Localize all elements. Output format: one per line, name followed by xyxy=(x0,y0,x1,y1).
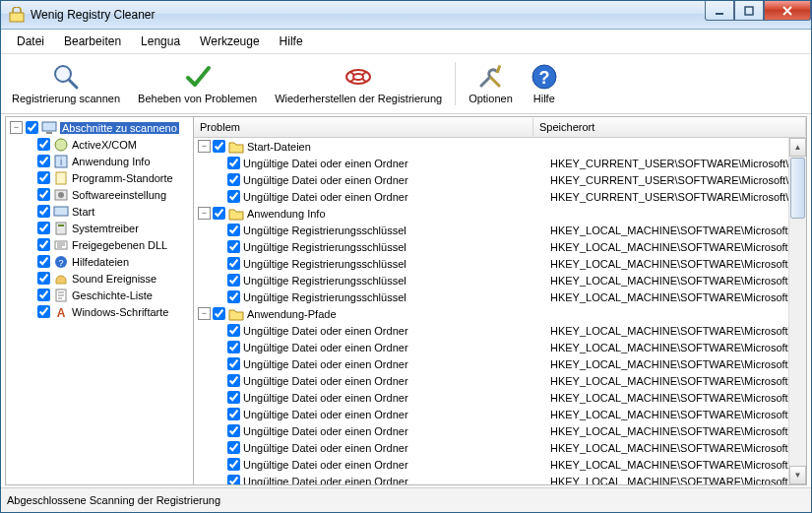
menu-bar: Datei Bearbeiten Lengua Werkzeuge Hilfe xyxy=(1,30,811,54)
result-row[interactable]: Ungültige Datei oder einen OrdnerHKEY_CU… xyxy=(194,171,789,188)
row-check[interactable] xyxy=(227,357,240,370)
tree-item-check[interactable] xyxy=(37,155,50,167)
row-check[interactable] xyxy=(227,424,240,437)
menu-language[interactable]: Lengua xyxy=(131,32,190,50)
tree-item[interactable]: Softwareeinstellung xyxy=(6,186,193,203)
result-row[interactable]: Ungültige Datei oder einen OrdnerHKEY_LO… xyxy=(194,372,789,389)
tree-item-check[interactable] xyxy=(37,272,50,285)
group-check[interactable] xyxy=(213,207,225,220)
row-check[interactable] xyxy=(227,475,240,484)
row-check[interactable] xyxy=(227,341,240,353)
result-row[interactable]: Ungültige Datei oder einen OrdnerHKEY_LO… xyxy=(194,389,789,406)
tree-item[interactable]: Sound Ereignisse xyxy=(6,270,193,287)
row-check[interactable] xyxy=(227,274,240,287)
tree-item[interactable]: Geschichte-Liste xyxy=(6,287,193,303)
row-location: HKEY_LOCAL_MACHINE\SOFTWARE\Microsoft\Wi… xyxy=(550,442,789,454)
result-row[interactable]: Ungültige Datei oder einen OrdnerHKEY_LO… xyxy=(194,456,789,473)
column-location[interactable]: Speicherort xyxy=(533,118,806,136)
help-button[interactable]: ? Hilfe xyxy=(522,55,567,112)
results-list[interactable]: −Start-DateienUngültige Datei oder einen… xyxy=(194,138,789,484)
scroll-up[interactable]: ▲ xyxy=(789,138,806,157)
result-row[interactable]: Ungültige Datei oder einen OrdnerHKEY_LO… xyxy=(194,339,789,355)
column-problem[interactable]: Problem xyxy=(194,118,533,136)
tree-item-check[interactable] xyxy=(37,289,50,301)
collapse-icon[interactable]: − xyxy=(10,121,23,134)
folder-icon xyxy=(228,139,244,155)
menu-tools[interactable]: Werkzeuge xyxy=(190,32,269,50)
row-check[interactable] xyxy=(227,374,240,387)
menu-edit[interactable]: Bearbeiten xyxy=(54,32,131,50)
tree-item[interactable]: Systemtreiber xyxy=(6,220,193,236)
row-check[interactable] xyxy=(227,458,240,471)
vertical-scrollbar[interactable]: ▲ ▼ xyxy=(788,138,806,484)
row-problem: Ungültige Datei oder einen Ordner xyxy=(243,392,550,404)
scan-button[interactable]: Registrierung scannen xyxy=(3,55,129,112)
result-row[interactable]: Ungültige Datei oder einen OrdnerHKEY_LO… xyxy=(194,406,789,422)
result-row[interactable]: Ungültige Datei oder einen OrdnerHKEY_LO… xyxy=(194,422,789,439)
result-row[interactable]: Ungültige Datei oder einen OrdnerHKEY_LO… xyxy=(194,355,789,372)
fix-button[interactable]: Beheben von Problemen xyxy=(129,55,266,112)
tree-item-check[interactable] xyxy=(37,205,50,218)
row-check[interactable] xyxy=(227,190,240,203)
result-row[interactable]: Ungültige Datei oder einen OrdnerHKEY_LO… xyxy=(194,473,789,484)
restore-button[interactable]: Wiederherstellen der Registrierung xyxy=(266,55,451,112)
tree-item-check[interactable] xyxy=(37,222,50,234)
result-row[interactable]: Ungültige Datei oder einen OrdnerHKEY_LO… xyxy=(194,322,789,339)
result-row[interactable]: Ungültige Datei oder einen OrdnerHKEY_CU… xyxy=(194,155,789,171)
row-check[interactable] xyxy=(227,173,240,186)
sections-tree[interactable]: − Abschnitte zu scanneno ActiveX/COMiAnw… xyxy=(6,117,194,484)
tree-item[interactable]: ActiveX/COM xyxy=(6,136,193,153)
row-check[interactable] xyxy=(227,224,240,236)
scroll-down[interactable]: ▼ xyxy=(789,466,806,484)
maximize-button[interactable] xyxy=(734,1,764,21)
result-row[interactable]: Ungültige RegistrierungsschlüsselHKEY_LO… xyxy=(194,272,789,289)
row-location: HKEY_LOCAL_MACHINE\SOFTWARE\Microsoft\Wi… xyxy=(550,325,789,337)
row-check[interactable] xyxy=(227,324,240,337)
tree-item[interactable]: iAnwendung Info xyxy=(6,153,193,169)
collapse-icon[interactable]: − xyxy=(198,140,211,153)
result-row[interactable]: Ungültige Datei oder einen OrdnerHKEY_CU… xyxy=(194,188,789,205)
row-check[interactable] xyxy=(227,157,240,169)
tree-item-check[interactable] xyxy=(37,255,50,268)
menu-file[interactable]: Datei xyxy=(7,32,54,50)
tree-item[interactable]: Programm-Standorte xyxy=(6,169,193,186)
result-row[interactable]: Ungültige RegistrierungsschlüsselHKEY_LO… xyxy=(194,238,789,255)
result-group[interactable]: −Start-Dateien xyxy=(194,138,789,155)
tree-item-check[interactable] xyxy=(37,171,50,184)
tree-item[interactable]: Freigegebenen DLL xyxy=(6,236,193,253)
result-row[interactable]: Ungültige RegistrierungsschlüsselHKEY_LO… xyxy=(194,222,789,238)
group-check[interactable] xyxy=(213,140,225,153)
tree-item[interactable]: Start xyxy=(6,203,193,220)
group-check[interactable] xyxy=(213,307,225,320)
row-check[interactable] xyxy=(227,240,240,253)
collapse-icon[interactable]: − xyxy=(198,207,211,220)
result-row[interactable]: Ungültige RegistrierungsschlüsselHKEY_LO… xyxy=(194,255,789,272)
options-button[interactable]: Optionen xyxy=(460,55,522,112)
row-problem: Ungültige Datei oder einen Ordner xyxy=(243,425,550,437)
row-check[interactable] xyxy=(227,391,240,404)
scroll-thumb[interactable] xyxy=(790,158,805,219)
tree-root-check[interactable] xyxy=(26,121,38,134)
magnifier-icon xyxy=(52,63,80,91)
tree-item-check[interactable] xyxy=(37,305,50,318)
result-group[interactable]: −Anwendung-Pfade xyxy=(194,305,789,322)
row-problem: Ungültige Datei oder einen Ordner xyxy=(243,375,550,387)
svg-rect-18 xyxy=(56,223,66,234)
minimize-button[interactable] xyxy=(705,1,734,21)
result-group[interactable]: −Anwendung Info xyxy=(194,205,789,222)
tree-item[interactable]: ?Hilfedateien xyxy=(6,253,193,270)
result-row[interactable]: Ungültige RegistrierungsschlüsselHKEY_LO… xyxy=(194,289,789,305)
tree-root[interactable]: − Abschnitte zu scanneno xyxy=(6,119,193,136)
row-check[interactable] xyxy=(227,408,240,420)
tree-item-check[interactable] xyxy=(37,238,50,251)
result-row[interactable]: Ungültige Datei oder einen OrdnerHKEY_LO… xyxy=(194,439,789,456)
collapse-icon[interactable]: − xyxy=(198,307,211,320)
tree-item-check[interactable] xyxy=(37,188,50,201)
tree-item[interactable]: AWindows-Schriftarte xyxy=(6,303,193,320)
close-button[interactable] xyxy=(764,1,811,21)
row-check[interactable] xyxy=(227,290,240,303)
row-check[interactable] xyxy=(227,257,240,270)
row-check[interactable] xyxy=(227,441,240,454)
menu-help[interactable]: Hilfe xyxy=(270,32,313,50)
tree-item-check[interactable] xyxy=(37,138,50,151)
